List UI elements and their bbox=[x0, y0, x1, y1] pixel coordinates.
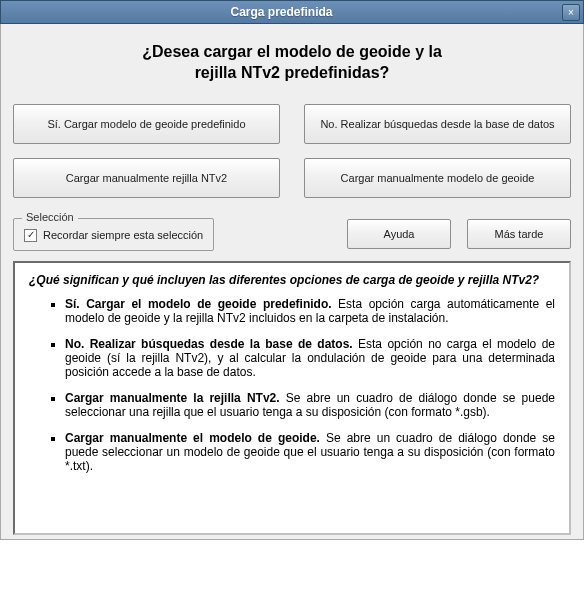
info-item: Sí. Cargar el modelo de geoide predefini… bbox=[65, 297, 555, 325]
window-title: Carga predefinida bbox=[1, 5, 562, 19]
heading-line2: rejilla NTv2 predefinidas? bbox=[195, 64, 390, 81]
info-panel[interactable]: ¿Qué significan y qué incluyen las difer… bbox=[13, 261, 571, 535]
later-button[interactable]: Más tarde bbox=[467, 219, 571, 249]
info-item-title: Sí. Cargar el modelo de geoide predefini… bbox=[65, 297, 332, 311]
no-search-db-button[interactable]: No. Realizar búsquedas desde la base de … bbox=[304, 104, 571, 144]
dialog-body: ¿Desea cargar el modelo de geoide y la r… bbox=[0, 24, 584, 540]
load-geoid-manual-button[interactable]: Cargar manualmente modelo de geoide bbox=[304, 158, 571, 198]
bottom-row: Selección ✓ Recordar siempre esta selecc… bbox=[13, 218, 571, 251]
selection-legend: Selección bbox=[22, 211, 78, 223]
info-item: No. Realizar búsquedas desde la base de … bbox=[65, 337, 555, 379]
info-item-title: Cargar manualmente la rejilla NTv2. bbox=[65, 391, 280, 405]
info-item: Cargar manualmente la rejilla NTv2. Se a… bbox=[65, 391, 555, 419]
button-row-2: Cargar manualmente rejilla NTv2 Cargar m… bbox=[13, 158, 571, 198]
close-button[interactable]: × bbox=[562, 4, 580, 21]
selection-groupbox: Selección ✓ Recordar siempre esta selecc… bbox=[13, 218, 214, 251]
info-item-title: No. Realizar búsquedas desde la base de … bbox=[65, 337, 353, 351]
button-row-1: Sí. Cargar modelo de geoide predefinido … bbox=[13, 104, 571, 144]
close-icon: × bbox=[568, 7, 574, 18]
yes-load-predefined-button[interactable]: Sí. Cargar modelo de geoide predefinido bbox=[13, 104, 280, 144]
titlebar: Carga predefinida × bbox=[0, 0, 584, 24]
info-heading: ¿Qué significan y qué incluyen las difer… bbox=[29, 273, 555, 287]
info-item: Cargar manualmente el modelo de geoide. … bbox=[65, 431, 555, 473]
dialog-heading: ¿Desea cargar el modelo de geoide y la r… bbox=[13, 42, 571, 84]
help-button[interactable]: Ayuda bbox=[347, 219, 451, 249]
heading-line1: ¿Desea cargar el modelo de geoide y la bbox=[142, 43, 442, 60]
load-ntv2-manual-button[interactable]: Cargar manualmente rejilla NTv2 bbox=[13, 158, 280, 198]
remember-checkbox-label: Recordar siempre esta selección bbox=[43, 229, 203, 241]
remember-checkbox-row[interactable]: ✓ Recordar siempre esta selección bbox=[24, 229, 203, 242]
info-item-title: Cargar manualmente el modelo de geoide. bbox=[65, 431, 320, 445]
remember-checkbox[interactable]: ✓ bbox=[24, 229, 37, 242]
info-list: Sí. Cargar el modelo de geoide predefini… bbox=[29, 297, 555, 473]
